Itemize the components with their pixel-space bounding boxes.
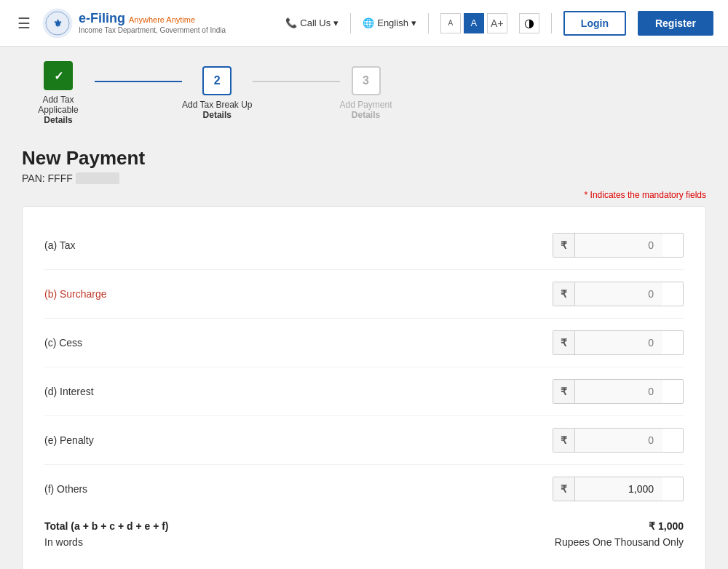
contrast-button[interactable]: ◑ xyxy=(519,13,539,33)
header-right: 📞 Call Us ▾ 🌐 English ▾ A A A+ ◑ Login R… xyxy=(285,11,713,36)
logo-efiling-text: e-Filing Anywhere Anytime xyxy=(79,11,226,27)
words-value: Rupees One Thousand Only xyxy=(555,536,684,548)
logo-area: ⚜ e-Filing Anywhere Anytime Income Tax D… xyxy=(42,8,226,39)
form-row-interest: (d) Interest ₹ xyxy=(44,367,684,416)
form-row-surcharge: (b) Surcharge ₹ xyxy=(44,270,684,319)
divider-3 xyxy=(551,13,552,33)
input-field-surcharge[interactable] xyxy=(575,282,662,306)
total-row: Total (a + b + c + d + e + f) ₹ 1,000 xyxy=(44,513,684,535)
step-2-label: Add Tax Break Up Details xyxy=(182,100,253,120)
divider-2 xyxy=(428,13,429,33)
divider-1 xyxy=(350,13,351,33)
field-label-interest: (d) Interest xyxy=(44,386,94,397)
input-field-cess[interactable] xyxy=(575,331,662,354)
input-prefix-penalty: ₹ xyxy=(553,429,575,452)
field-label-tax: (a) Tax xyxy=(44,239,76,251)
words-label: In words xyxy=(44,536,83,548)
logo-text: e-Filing Anywhere Anytime Income Tax Dep… xyxy=(79,11,226,36)
register-button[interactable]: Register xyxy=(638,11,713,36)
input-prefix-tax: ₹ xyxy=(553,234,575,257)
font-large-button[interactable]: A+ xyxy=(487,13,507,33)
call-us-chevron: ▾ xyxy=(333,17,339,28)
input-group-cess: ₹ xyxy=(553,330,684,355)
login-button[interactable]: Login xyxy=(563,11,626,36)
language-selector[interactable]: 🌐 English ▾ xyxy=(363,17,416,28)
input-group-others: ₹ xyxy=(553,477,684,501)
words-row: In words Rupees One Thousand Only xyxy=(44,535,684,554)
emblem-icon: ⚜ xyxy=(42,8,73,39)
input-field-penalty[interactable] xyxy=(575,429,662,452)
mandatory-note: * Indicates the mandatory fields xyxy=(22,190,706,200)
total-label: Total (a + b + c + d + e + f) xyxy=(44,520,169,532)
call-us-label: Call Us xyxy=(300,17,331,28)
input-prefix-others: ₹ xyxy=(553,477,575,501)
input-field-interest[interactable] xyxy=(575,380,662,403)
hamburger-menu[interactable]: ☰ xyxy=(15,12,33,35)
page-title: New Payment xyxy=(22,147,706,170)
input-field-others[interactable] xyxy=(575,477,662,501)
call-us-button[interactable]: 📞 Call Us ▾ xyxy=(285,17,339,28)
stepper: ✓ Add Tax Applicable Details 2 Add Tax B… xyxy=(22,61,706,125)
step-connector-2-3 xyxy=(253,81,340,82)
total-value: ₹ 1,000 xyxy=(649,520,684,532)
header-left: ☰ ⚜ e-Filing Anywhere Anytime Income Tax… xyxy=(15,8,226,39)
input-group-surcharge: ₹ xyxy=(553,282,684,306)
input-group-interest: ₹ xyxy=(553,379,684,404)
input-group-tax: ₹ xyxy=(553,233,684,258)
step-1-circle: ✓ xyxy=(44,61,73,90)
font-medium-button[interactable]: A xyxy=(464,13,484,33)
svg-text:⚜: ⚜ xyxy=(53,17,63,29)
input-prefix-surcharge: ₹ xyxy=(553,282,575,306)
pan-label: PAN: FFFF xyxy=(22,172,73,184)
pan-info: PAN: FFFF xyxy=(22,172,706,184)
step-2-circle: 2 xyxy=(202,66,232,95)
globe-icon: 🌐 xyxy=(363,17,374,28)
field-label-surcharge: (b) Surcharge xyxy=(44,288,107,300)
language-label: English xyxy=(377,17,408,28)
pan-masked-value xyxy=(76,172,119,184)
step-1: ✓ Add Tax Applicable Details xyxy=(22,61,95,125)
header: ☰ ⚜ e-Filing Anywhere Anytime Income Tax… xyxy=(0,0,728,47)
font-controls: A A A+ xyxy=(440,13,507,33)
input-prefix-interest: ₹ xyxy=(553,380,575,403)
step-1-label: Add Tax Applicable Details xyxy=(22,95,95,125)
input-group-penalty: ₹ xyxy=(553,428,684,453)
form-row-penalty: (e) Penalty ₹ xyxy=(44,416,684,465)
language-chevron: ▾ xyxy=(411,17,416,28)
form-row-others: (f) Others ₹ xyxy=(44,465,684,513)
form-row-cess: (c) Cess ₹ xyxy=(44,319,684,367)
step-2: 2 Add Tax Break Up Details xyxy=(182,66,253,120)
step-3-label: Add Payment Details xyxy=(340,100,392,120)
step-3-circle: 3 xyxy=(352,66,381,95)
step-3: 3 Add Payment Details xyxy=(340,66,392,120)
input-field-tax[interactable] xyxy=(575,234,662,257)
form-rows: (a) Tax ₹ (b) Surcharge ₹ (c) Cess ₹ (d)… xyxy=(44,221,684,513)
field-label-penalty: (e) Penalty xyxy=(44,434,94,446)
step-connector-1-2 xyxy=(95,81,182,82)
stepper-container: ✓ Add Tax Applicable Details 2 Add Tax B… xyxy=(0,47,728,132)
form-card: (a) Tax ₹ (b) Surcharge ₹ (c) Cess ₹ (d)… xyxy=(22,206,706,569)
input-prefix-cess: ₹ xyxy=(553,331,575,354)
logo-subtitle: Income Tax Department, Government of Ind… xyxy=(79,26,226,35)
logo-tagline: Anywhere Anytime xyxy=(129,15,195,24)
field-label-others: (f) Others xyxy=(44,483,87,495)
font-small-button[interactable]: A xyxy=(440,13,461,33)
phone-icon: 📞 xyxy=(285,17,297,28)
main-content: New Payment PAN: FFFF * Indicates the ma… xyxy=(0,132,728,569)
field-label-cess: (c) Cess xyxy=(44,337,82,349)
form-row-tax: (a) Tax ₹ xyxy=(44,221,684,270)
